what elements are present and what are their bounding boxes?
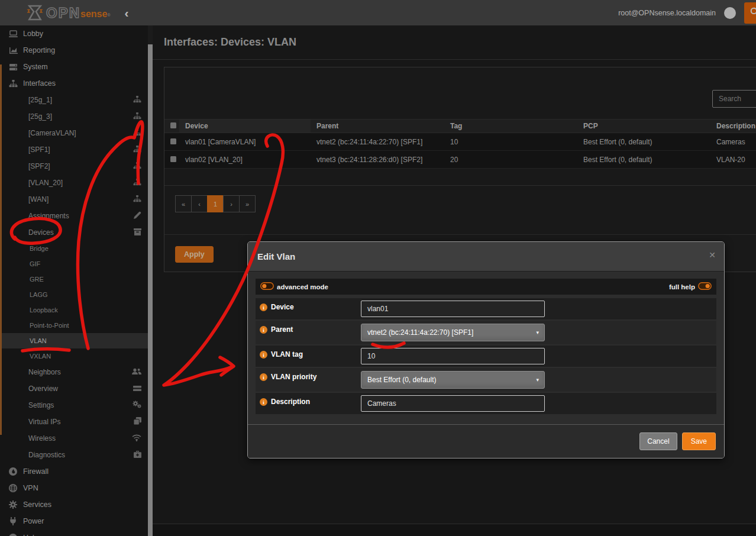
save-button[interactable]: Save (682, 432, 716, 450)
parent-select[interactable]: vtnet2 (bc:24:11:4a:22:70) [SPF1]▾ (361, 324, 545, 341)
close-icon[interactable]: ✕ (709, 250, 716, 260)
caret-down-icon: ▾ (536, 372, 539, 388)
dialog-title: Edit Vlan (257, 251, 295, 261)
form-row-parent: iParentvtnet2 (bc:24:11:4a:22:70) [SPF1]… (256, 321, 716, 344)
opnsense-app: OPNsense® ‹ root@OPNsense.localdomain Lo… (0, 0, 756, 536)
cancel-button[interactable]: Cancel (639, 432, 677, 450)
vlan-tag-input[interactable]: 10 (361, 348, 545, 364)
full-help-toggle[interactable]: full help (669, 282, 712, 292)
form-row-vlan-tag: iVLAN tag10 (256, 346, 716, 367)
field-label: Parent (271, 326, 293, 334)
field-label: Device (271, 303, 294, 311)
info-icon[interactable]: i (260, 326, 267, 334)
info-icon[interactable]: i (260, 373, 267, 381)
info-icon[interactable]: i (260, 398, 267, 406)
selected-value: vtnet2 (bc:24:11:4a:22:70) [SPF1] (367, 328, 473, 337)
device-input[interactable]: vlan01 (361, 301, 545, 317)
field-label: VLAN priority (271, 373, 316, 381)
field-label: VLAN tag (271, 351, 303, 359)
edit-vlan-dialog: Edit Vlan ✕ advanced mode full help iDev… (247, 241, 725, 458)
toggle-off-icon (260, 282, 274, 292)
dialog-body: advanced mode full help iDevicevlan01iPa… (248, 272, 724, 424)
field-label: Description (271, 398, 310, 406)
form-row-description: iDescriptionCameras (256, 393, 716, 414)
form-row-device: iDevicevlan01 (256, 298, 716, 319)
dialog-header: Edit Vlan ✕ (248, 242, 724, 272)
vlan-priority-select[interactable]: Best Effort (0, default)▾ (361, 371, 545, 389)
dialog-footer: Cancel Save (248, 424, 724, 458)
caret-down-icon: ▾ (536, 324, 539, 341)
advanced-mode-toggle[interactable]: advanced mode (260, 282, 328, 292)
description-input[interactable]: Cameras (361, 395, 545, 412)
form-row-vlan-priority: iVLAN priorityBest Effort (0, default)▾ (256, 368, 716, 392)
info-icon[interactable]: i (260, 351, 267, 359)
selected-value: Best Effort (0, default) (367, 376, 437, 384)
help-toggle-row: advanced mode full help (256, 279, 716, 295)
advanced-mode-label: advanced mode (277, 283, 328, 290)
info-icon[interactable]: i (260, 303, 267, 311)
full-help-label: full help (669, 283, 695, 290)
toggle-on-icon (698, 282, 712, 292)
